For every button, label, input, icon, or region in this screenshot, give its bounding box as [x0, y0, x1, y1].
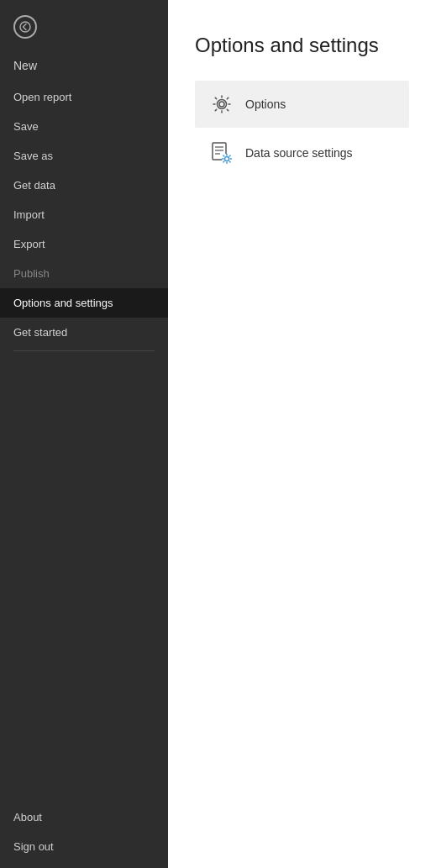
data-source-settings-card[interactable]: Data source settings — [195, 129, 409, 176]
svg-point-0 — [20, 22, 30, 32]
svg-point-1 — [219, 102, 224, 107]
sidebar-item-open-report[interactable]: Open report — [0, 82, 168, 112]
sidebar-item-get-started[interactable]: Get started — [0, 318, 168, 347]
sidebar-item-publish[interactable]: Publish — [0, 259, 168, 288]
sidebar-divider — [13, 350, 155, 351]
svg-point-2 — [218, 100, 227, 109]
sidebar-item-save-as[interactable]: Save as — [0, 141, 168, 171]
page-title: Options and settings — [195, 34, 409, 57]
options-label: Options — [245, 97, 286, 111]
sidebar-item-new[interactable]: New — [0, 49, 168, 82]
sidebar-item-get-data[interactable]: Get data — [0, 171, 168, 200]
datasource-icon — [208, 139, 235, 166]
sidebar-item-options-and-settings[interactable]: Options and settings — [0, 288, 168, 318]
options-card[interactable]: Options — [195, 81, 409, 128]
sidebar: New Open report Save Save as Get data Im… — [0, 0, 168, 868]
sidebar-item-export[interactable]: Export — [0, 229, 168, 259]
main-content: Options and settings Options — [168, 0, 436, 868]
sidebar-item-import[interactable]: Import — [0, 200, 168, 229]
sidebar-item-sign-out[interactable]: Sign out — [0, 832, 168, 861]
gear-icon — [208, 91, 235, 118]
svg-line-14 — [229, 161, 230, 162]
back-button[interactable] — [13, 15, 37, 39]
back-button-container[interactable] — [0, 0, 168, 49]
svg-line-13 — [223, 155, 224, 156]
svg-line-16 — [223, 161, 224, 162]
svg-line-15 — [229, 155, 230, 156]
data-source-settings-label: Data source settings — [245, 146, 353, 160]
sidebar-item-about[interactable]: About — [0, 802, 168, 832]
sidebar-menu: New Open report Save Save as Get data Im… — [0, 49, 168, 802]
sidebar-item-save[interactable]: Save — [0, 112, 168, 141]
sidebar-bottom: About Sign out — [0, 802, 168, 868]
